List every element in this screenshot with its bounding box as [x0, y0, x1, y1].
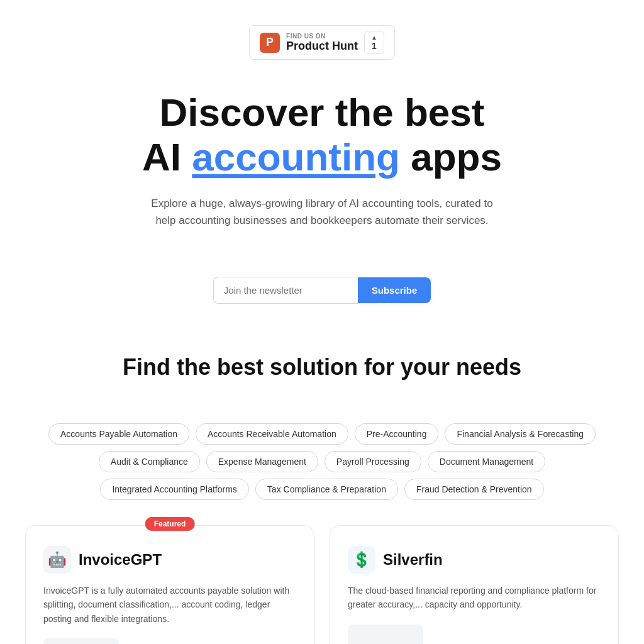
- upvote-arrow: ▲: [371, 34, 377, 41]
- solutions-title: Find the best solution for your needs: [13, 354, 631, 380]
- card-description-1: The cloud-based financial reporting and …: [348, 584, 601, 612]
- tag-tax-compliance---preparation[interactable]: Tax Compliance & Preparation: [255, 479, 398, 500]
- card-cta-1[interactable]: [348, 625, 423, 644]
- hero-section: Discover the best AI accounting apps Exp…: [142, 90, 502, 252]
- tag-accounts-payable-automation[interactable]: Accounts Payable Automation: [48, 423, 189, 445]
- tag-financial-analysis---forecasting[interactable]: Financial Analysis & Forecasting: [445, 423, 596, 445]
- card-logo-1: 💲: [348, 546, 375, 574]
- tag-payroll-processing[interactable]: Payroll Processing: [325, 451, 421, 472]
- find-us-label: FIND US ON: [286, 33, 358, 40]
- card-description-0: InvoiceGPT is a fully automated accounts…: [43, 584, 296, 626]
- hero-title: Discover the best AI accounting apps: [142, 90, 502, 180]
- product-card-1: 💲 Silverfin The cloud-based financial re…: [330, 525, 619, 644]
- tag-audit---compliance[interactable]: Audit & Compliance: [99, 451, 200, 472]
- card-header-1: 💲 Silverfin: [348, 546, 601, 574]
- newsletter-input[interactable]: [213, 277, 358, 304]
- product-hunt-text: FIND US ON Product Hunt: [286, 33, 358, 53]
- newsletter-form: Subscribe: [213, 277, 431, 304]
- hero-accent-word: accounting: [192, 135, 400, 179]
- subscribe-button[interactable]: Subscribe: [358, 277, 431, 303]
- tag-pre-accounting[interactable]: Pre-Accounting: [355, 423, 439, 445]
- tag-accounts-receivable-automation[interactable]: Accounts Receivable Automation: [196, 423, 348, 445]
- cards-container: Featured 🤖 InvoiceGPT InvoiceGPT is a fu…: [13, 525, 631, 644]
- card-title-0: InvoiceGPT: [79, 551, 162, 569]
- card-logo-0: 🤖: [43, 546, 71, 574]
- product-hunt-icon: P: [260, 33, 280, 53]
- tag-fraud-detection---prevention[interactable]: Fraud Detection & Prevention: [404, 479, 544, 500]
- tag-integrated-accounting-platforms[interactable]: Integrated Accounting Platforms: [100, 479, 248, 500]
- card-cta-0[interactable]: [43, 638, 119, 644]
- tag-document-management[interactable]: Document Management: [428, 451, 545, 472]
- product-hunt-name: Product Hunt: [286, 40, 358, 53]
- vote-number: 1: [372, 41, 377, 51]
- featured-badge: Featured: [145, 517, 195, 531]
- hero-subtitle: Explore a huge, always-growing library o…: [146, 195, 498, 229]
- tags-container: Accounts Payable AutomationAccounts Rece…: [13, 423, 631, 500]
- card-header-0: 🤖 InvoiceGPT: [43, 546, 296, 574]
- product-card-0: Featured 🤖 InvoiceGPT InvoiceGPT is a fu…: [25, 525, 314, 644]
- solutions-section: Find the best solution for your needs: [13, 354, 631, 401]
- card-title-1: Silverfin: [383, 551, 443, 569]
- product-hunt-badge[interactable]: P FIND US ON Product Hunt ▲ 1: [249, 25, 395, 60]
- vote-count[interactable]: ▲ 1: [364, 31, 384, 54]
- tag-expense-management[interactable]: Expense Management: [206, 451, 318, 472]
